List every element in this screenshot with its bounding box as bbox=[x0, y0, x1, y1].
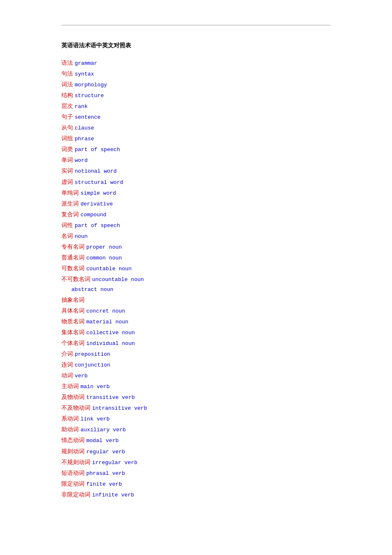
term-chinese: 单词 bbox=[61, 155, 73, 166]
term-english: part of speech bbox=[75, 145, 120, 155]
list-item: 专有名词 proper noun bbox=[61, 242, 331, 252]
term-chinese: 实词 bbox=[61, 166, 73, 176]
term-english: main verb bbox=[80, 382, 110, 392]
term-chinese: 物质名词 bbox=[61, 316, 85, 327]
term-chinese: 不及物动词 bbox=[61, 403, 90, 413]
term-english: simple word bbox=[80, 188, 116, 198]
term-english: auxiliary verb bbox=[80, 425, 126, 435]
term-chinese: 虚词 bbox=[61, 177, 73, 188]
term-chinese: 可数名词 bbox=[61, 263, 85, 274]
list-item: 从句 clause bbox=[61, 122, 331, 133]
term-english: clause bbox=[75, 123, 94, 133]
term-english: concret noun bbox=[86, 306, 125, 316]
list-item: 复合词 compound bbox=[61, 209, 331, 220]
term-chinese: 结构 bbox=[61, 90, 73, 101]
list-item: 物质名词 material noun bbox=[61, 316, 331, 327]
term-english: sentence bbox=[75, 112, 100, 122]
list-item: 结构 structure bbox=[61, 90, 331, 101]
list-item: 不规则动词 irregular verb bbox=[61, 457, 331, 468]
term-chinese: 词组 bbox=[61, 133, 73, 144]
term-english: finite verb bbox=[86, 479, 122, 489]
term-chinese: 具体名词 bbox=[61, 306, 85, 316]
term-chinese: 主动词 bbox=[61, 381, 79, 392]
term-chinese: 限定动词 bbox=[61, 479, 85, 489]
term-chinese: 抽象名词 bbox=[61, 295, 85, 306]
term-chinese: 不规则动词 bbox=[61, 457, 90, 468]
term-chinese: 句法 bbox=[61, 68, 73, 79]
term-chinese: 动词 bbox=[61, 370, 73, 381]
term-chinese: 短语动词 bbox=[61, 468, 85, 479]
term-chinese: 词法 bbox=[61, 79, 73, 90]
list-item: 非限定动词 infinite verb bbox=[61, 489, 331, 500]
term-chinese: 派生词 bbox=[61, 198, 79, 209]
term-chinese: 介词 bbox=[61, 349, 73, 359]
list-item: 及物动词 transitive verb bbox=[61, 392, 331, 403]
term-english: intransitive verb bbox=[92, 403, 147, 413]
term-english: rank bbox=[75, 102, 88, 112]
list-item: 词类 part of speech bbox=[61, 144, 331, 155]
term-chinese: 规则动词 bbox=[61, 446, 85, 457]
term-english: transitive verb bbox=[86, 393, 135, 403]
list-item: 短语动词 phrasal verb bbox=[61, 468, 331, 479]
term-english: phrasal verb bbox=[86, 469, 125, 479]
list-item: 连词 conjunction bbox=[61, 359, 331, 370]
term-chinese: 专有名词 bbox=[61, 242, 85, 252]
term-chinese: 名词 bbox=[61, 231, 73, 242]
term-english: proper noun bbox=[86, 242, 122, 252]
term-english: compound bbox=[80, 210, 106, 220]
page-title: 英语语法术语中英文对照表 bbox=[61, 42, 331, 49]
term-chinese: 非限定动词 bbox=[61, 489, 90, 500]
list-item: 词法 morphology bbox=[61, 79, 331, 90]
list-item: 个体名词 individual noun bbox=[61, 338, 331, 349]
term-chinese: 情态动词 bbox=[61, 435, 85, 446]
list-item: 词性 part of speech bbox=[61, 220, 331, 231]
term-english: morphology bbox=[75, 80, 107, 90]
term-chinese: 复合词 bbox=[61, 209, 79, 220]
list-item: 情态动词 modal verb bbox=[61, 435, 331, 446]
term-chinese: 系动词 bbox=[61, 413, 79, 424]
term-chinese: 词性 bbox=[61, 220, 73, 231]
term-english: regular verb bbox=[86, 447, 125, 457]
term-chinese: 不可数名词 bbox=[61, 274, 90, 285]
term-english: phrase bbox=[75, 134, 94, 144]
term-list: 语法 grammar句法 syntax词法 morphology结构 struc… bbox=[61, 58, 331, 500]
term-english: part of speech bbox=[75, 221, 120, 231]
list-item: 派生词 derivative bbox=[61, 198, 331, 209]
list-item: 集体名词 collective noun bbox=[61, 327, 331, 338]
list-item: 不可数名词 uncountable noun bbox=[61, 274, 331, 285]
list-item: 系动词 link verb bbox=[61, 413, 331, 424]
list-item: 限定动词 finite verb bbox=[61, 479, 331, 489]
term-chinese: 及物动词 bbox=[61, 392, 85, 403]
term-chinese: 普通名词 bbox=[61, 252, 85, 263]
term-english: derivative bbox=[80, 199, 113, 209]
term-chinese: 语法 bbox=[61, 58, 73, 68]
list-item: 普通名词 common noun bbox=[61, 252, 331, 263]
term-english: conjunction bbox=[75, 360, 110, 370]
term-english: material noun bbox=[86, 317, 128, 327]
term-english: noun bbox=[75, 232, 88, 242]
term-english: word bbox=[75, 156, 88, 166]
list-item: 动词 verb bbox=[61, 370, 331, 381]
list-item: 句子 sentence bbox=[61, 112, 331, 122]
list-item: 层次 rank bbox=[61, 101, 331, 112]
term-chinese: 层次 bbox=[61, 101, 73, 112]
term-chinese: 单纯词 bbox=[61, 188, 79, 198]
term-english: syntax bbox=[75, 69, 94, 79]
term-english: preposition bbox=[75, 350, 110, 359]
top-border bbox=[61, 25, 331, 25]
list-item: 介词 preposition bbox=[61, 349, 331, 359]
term-english: verb bbox=[75, 371, 88, 381]
list-item: 词组 phrase bbox=[61, 133, 331, 144]
term-english: link verb bbox=[80, 414, 110, 424]
term-english: abstract noun bbox=[71, 285, 113, 295]
list-item: 语法 grammar bbox=[61, 58, 331, 68]
list-item: 具体名词 concret noun bbox=[61, 306, 331, 316]
term-chinese: 个体名词 bbox=[61, 338, 85, 349]
term-english: infinite verb bbox=[92, 490, 134, 500]
term-english: grammar bbox=[75, 59, 97, 68]
term-chinese: 助动词 bbox=[61, 424, 79, 435]
list-item: 实词 notional word bbox=[61, 166, 331, 176]
term-chinese: 连词 bbox=[61, 359, 73, 370]
term-english: collective noun bbox=[86, 328, 135, 338]
term-english: modal verb bbox=[86, 436, 119, 446]
